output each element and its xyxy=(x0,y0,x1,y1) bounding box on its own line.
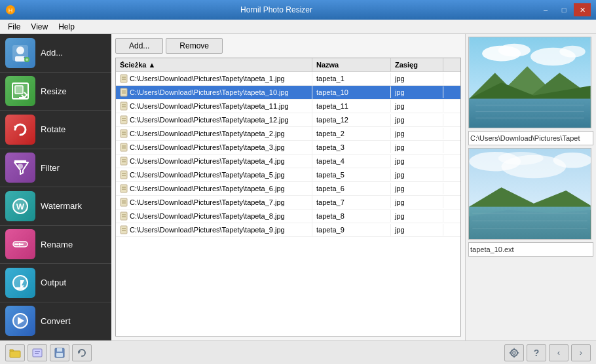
table-row[interactable]: C:\Users\Download\Pictures\Tapety\tapeta… xyxy=(116,209,460,223)
sidebar-label-resize: Resize xyxy=(41,86,67,96)
table-row[interactable]: C:\Users\Download\Pictures\Tapety\tapeta… xyxy=(116,113,460,127)
add-button[interactable]: Add... xyxy=(115,38,163,54)
close-button[interactable]: ✕ xyxy=(574,3,591,16)
window-controls: – □ ✕ xyxy=(537,3,591,16)
sidebar-item-rename[interactable]: Rename xyxy=(0,226,111,264)
table-row[interactable]: C:\Users\Download\Pictures\Tapety\tapeta… xyxy=(116,127,460,141)
file-icon xyxy=(120,129,128,138)
file-icon xyxy=(120,225,128,234)
svg-rect-81 xyxy=(469,207,590,239)
table-row[interactable]: C:\Users\Download\Pictures\Tapety\tapeta… xyxy=(116,100,460,113)
settings-button[interactable] xyxy=(504,344,524,361)
svg-rect-46 xyxy=(121,171,127,179)
sidebar-label-convert: Convert xyxy=(41,316,71,326)
output-icon xyxy=(5,268,35,298)
svg-rect-70 xyxy=(469,99,590,128)
status-left-buttons xyxy=(5,344,92,361)
watermark-icon: W xyxy=(5,191,35,221)
file-icon xyxy=(120,101,128,111)
svg-rect-49 xyxy=(121,185,127,192)
prev-button[interactable]: ‹ xyxy=(549,344,568,361)
remove-button[interactable]: Remove xyxy=(166,38,223,54)
file-rows: C:\Users\Download\Pictures\Tapety\tapeta… xyxy=(116,72,460,237)
svg-point-63 xyxy=(498,44,531,57)
maximize-button[interactable]: □ xyxy=(555,3,572,16)
table-row[interactable]: C:\Users\Download\Pictures\Tapety\tapeta… xyxy=(116,72,460,86)
sidebar-item-add[interactable]: + Add... xyxy=(0,34,111,73)
next-button[interactable]: › xyxy=(571,344,591,361)
header-name[interactable]: Nazwa xyxy=(312,58,391,71)
refresh-button[interactable] xyxy=(72,344,92,361)
svg-point-3 xyxy=(16,46,24,54)
table-row[interactable]: C:\Users\Download\Pictures\Tapety\tapeta… xyxy=(116,223,460,237)
sidebar-label-output: Output xyxy=(41,278,66,287)
table-row[interactable]: C:\Users\Download\Pictures\Tapety\tapeta… xyxy=(116,86,460,100)
svg-text:H: H xyxy=(9,7,13,14)
sidebar-item-watermark[interactable]: W Watermark xyxy=(0,187,111,226)
toolbar: Add... Remove xyxy=(115,38,461,54)
sidebar-label-filter: Filter xyxy=(41,163,60,173)
file-icon xyxy=(120,115,128,124)
svg-rect-90 xyxy=(57,348,62,352)
svg-rect-85 xyxy=(10,351,20,357)
svg-rect-31 xyxy=(121,102,127,110)
sidebar-item-output[interactable]: Output xyxy=(0,264,111,302)
file-list-container[interactable]: Ścieżka ▲ Nazwa Zasięg C:\Users\Download… xyxy=(115,58,461,337)
table-row[interactable]: C:\Users\Download\Pictures\Tapety\tapeta… xyxy=(116,168,460,182)
svg-point-95 xyxy=(513,351,516,354)
sidebar-item-convert[interactable]: Convert xyxy=(0,302,111,341)
sidebar-label-rename: Rename xyxy=(41,240,73,249)
table-row[interactable]: C:\Users\Download\Pictures\Tapety\tapeta… xyxy=(116,182,460,196)
svg-rect-43 xyxy=(121,157,127,165)
sidebar-label-rotate: Rotate xyxy=(41,124,65,134)
help-button[interactable]: ? xyxy=(527,344,546,361)
svg-rect-4 xyxy=(15,56,26,62)
table-row[interactable]: C:\Users\Download\Pictures\Tapety\tapeta… xyxy=(116,141,460,155)
save-button[interactable] xyxy=(50,344,69,361)
svg-rect-37 xyxy=(121,130,127,137)
file-icon xyxy=(120,143,128,152)
sidebar-item-rotate[interactable]: Rotate xyxy=(0,111,111,149)
file-icon xyxy=(120,170,128,179)
svg-rect-58 xyxy=(121,226,127,234)
rotate-icon xyxy=(5,115,35,145)
sidebar-item-filter[interactable]: Filter xyxy=(0,149,111,188)
file-icon xyxy=(120,156,128,166)
file-list-header: Ścieżka ▲ Nazwa Zasięg xyxy=(116,58,460,72)
window-title: Hornil Photo Resizer xyxy=(16,5,537,14)
svg-point-77 xyxy=(553,153,591,168)
table-row[interactable]: C:\Users\Download\Pictures\Tapety\tapeta… xyxy=(116,155,460,168)
svg-rect-40 xyxy=(121,143,127,151)
file-icon xyxy=(120,198,128,207)
filter-icon xyxy=(5,153,35,183)
status-right-buttons: ? ‹ › xyxy=(504,344,591,361)
file-icon xyxy=(120,184,128,193)
svg-rect-86 xyxy=(33,349,42,357)
menu-view[interactable]: View xyxy=(26,21,53,33)
menu-bar: File View Help xyxy=(0,20,596,34)
svg-point-65 xyxy=(559,46,585,58)
preview-box-1 xyxy=(468,37,591,128)
header-path[interactable]: Ścieżka ▲ xyxy=(116,58,312,71)
table-row[interactable]: C:\Users\Download\Pictures\Tapety\tapeta… xyxy=(116,196,460,209)
header-ext[interactable]: Zasięg xyxy=(391,58,443,71)
browse-button[interactable] xyxy=(28,344,47,361)
sidebar-label-watermark: Watermark xyxy=(41,201,82,211)
sidebar-item-resize[interactable]: Resize xyxy=(0,73,111,111)
menu-help[interactable]: Help xyxy=(53,21,80,33)
title-bar: H Hornil Photo Resizer – □ ✕ xyxy=(0,0,596,20)
add-icon: + xyxy=(5,38,35,68)
open-folder-button[interactable] xyxy=(5,344,25,361)
file-icon xyxy=(120,88,128,97)
svg-rect-18 xyxy=(19,243,20,246)
menu-file[interactable]: File xyxy=(3,21,26,33)
preview-output-label: tapeta_10.ext xyxy=(468,242,593,257)
minimize-button[interactable]: – xyxy=(537,3,554,16)
status-bar: ? ‹ › xyxy=(0,340,596,364)
svg-text:+: + xyxy=(26,57,29,63)
sidebar: + Add... Resize xyxy=(0,34,111,340)
svg-rect-34 xyxy=(121,116,127,124)
preview-box-2 xyxy=(468,148,591,240)
svg-rect-25 xyxy=(121,75,127,82)
svg-rect-9 xyxy=(15,86,23,94)
